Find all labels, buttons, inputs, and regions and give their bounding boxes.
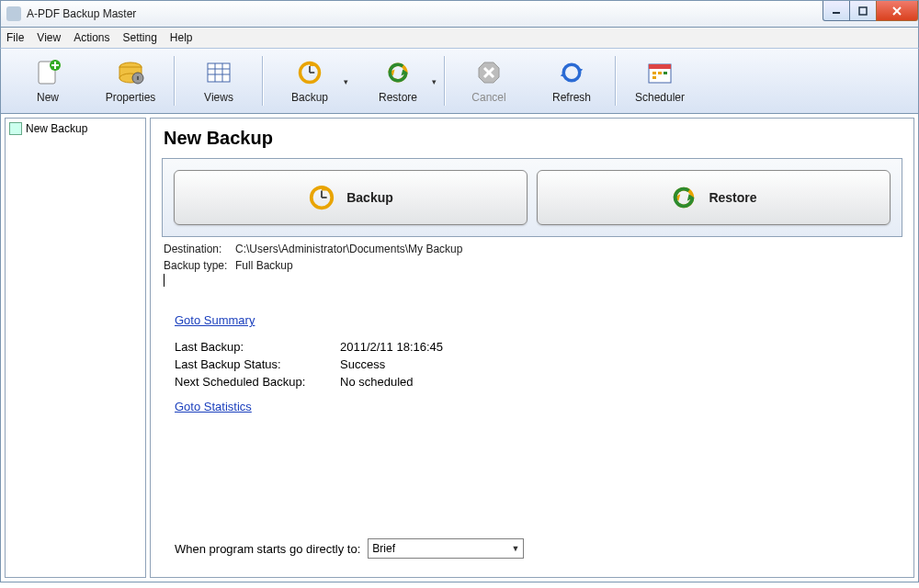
goto-statistics-link[interactable]: Goto Statistics [175,400,252,413]
minimize-button[interactable] [823,1,850,21]
menu-actions[interactable]: Actions [74,31,109,44]
svg-rect-32 [652,72,656,74]
close-button[interactable] [876,1,918,21]
svg-rect-13 [137,76,139,80]
svg-rect-1 [859,7,867,15]
summary-area: Goto Summary Last Backup: 2011/2/11 18:1… [162,295,902,423]
svg-rect-33 [658,72,662,74]
destination-label: Destination: [164,241,235,257]
backup-icon [308,184,335,211]
info-block: Destination: C:\Users\Administrator\Docu… [162,237,902,295]
next-scheduled-label: Next Scheduled Backup: [175,375,340,389]
backup-type-label: Backup type: [164,257,235,274]
toolbar-separator [174,56,176,106]
chevron-down-icon[interactable]: ▾ [432,77,437,86]
new-icon [33,58,62,87]
page-title: New Backup [164,128,902,149]
views-label: Views [204,91,233,104]
backup-big-label: Backup [346,190,393,205]
action-row: Backup Restore [162,158,902,237]
chevron-down-icon[interactable]: ▾ [344,77,348,86]
menu-view[interactable]: View [37,31,61,44]
views-button[interactable]: Views [177,52,260,109]
text-cursor [164,274,165,287]
backup-big-button[interactable]: Backup [174,170,528,225]
restore-label: Restore [379,91,417,104]
views-icon [204,58,233,87]
restore-icon [383,58,413,87]
window-title: A-PDF Backup Master [27,7,136,20]
last-backup-value: 2011/2/11 18:16:45 [340,340,443,354]
goto-summary-link[interactable]: Goto Summary [175,313,255,327]
startup-value: Brief [372,542,395,555]
toolbar-separator [262,56,264,106]
backup-button[interactable]: Backup ▾ [266,52,354,109]
cancel-button: Cancel [448,52,530,109]
menu-bar: File View Actions Setting Help [0,28,919,48]
window-controls [823,1,918,21]
new-label: New [37,91,59,104]
restore-button[interactable]: Restore ▾ [354,52,442,109]
cancel-label: Cancel [471,91,505,104]
scheduler-label: Scheduler [635,91,685,104]
properties-label: Properties [106,91,156,104]
refresh-label: Refresh [552,91,591,104]
new-button[interactable]: New [6,52,89,109]
cancel-icon [474,58,504,87]
startup-label: When program starts go directly to: [175,542,360,556]
title-bar: A-PDF Backup Master [0,0,919,28]
menu-file[interactable]: File [6,31,24,44]
toolbar-separator [615,56,617,106]
backup-type-value: Full Backup [235,257,293,274]
next-scheduled-value: No scheduled [340,375,414,389]
scheduler-icon [645,58,675,87]
toolbar: New Properties Views Backup ▾ Restore ▾ … [0,48,919,114]
app-icon [6,6,21,21]
workspace: New Backup New Backup Backup Restore Des… [0,114,919,582]
restore-big-label: Restore [709,190,756,205]
backup-item-icon [9,122,22,135]
toolbar-separator [444,56,446,106]
backup-icon [295,58,324,87]
svg-rect-34 [664,72,667,74]
side-panel: New Backup [5,118,146,578]
restore-big-button[interactable]: Restore [537,170,891,225]
main-panel: New Backup Backup Restore Destination: C… [150,118,914,578]
svg-rect-14 [208,63,230,82]
restore-icon [670,184,698,211]
svg-rect-35 [652,76,656,79]
startup-row: When program starts go directly to: Brie… [175,538,524,559]
refresh-button[interactable]: Refresh [530,52,613,109]
scheduler-button[interactable]: Scheduler [618,52,701,109]
last-status-label: Last Backup Status: [175,357,340,371]
last-backup-label: Last Backup: [175,340,340,354]
maximize-button[interactable] [849,1,877,21]
chevron-down-icon: ▼ [511,544,519,553]
menu-help[interactable]: Help [170,31,193,44]
startup-dropdown[interactable]: Brief ▼ [368,538,524,559]
menu-setting[interactable]: Setting [123,31,157,44]
properties-button[interactable]: Properties [89,52,172,109]
sidebar-item-label: New Backup [26,122,87,135]
refresh-icon [557,58,586,87]
svg-rect-31 [649,64,671,69]
sidebar-item-new-backup[interactable]: New Backup [9,122,142,135]
last-status-value: Success [340,357,385,371]
properties-icon [116,58,145,87]
backup-label: Backup [291,91,328,104]
destination-value: C:\Users\Administrator\Documents\My Back… [235,241,462,257]
